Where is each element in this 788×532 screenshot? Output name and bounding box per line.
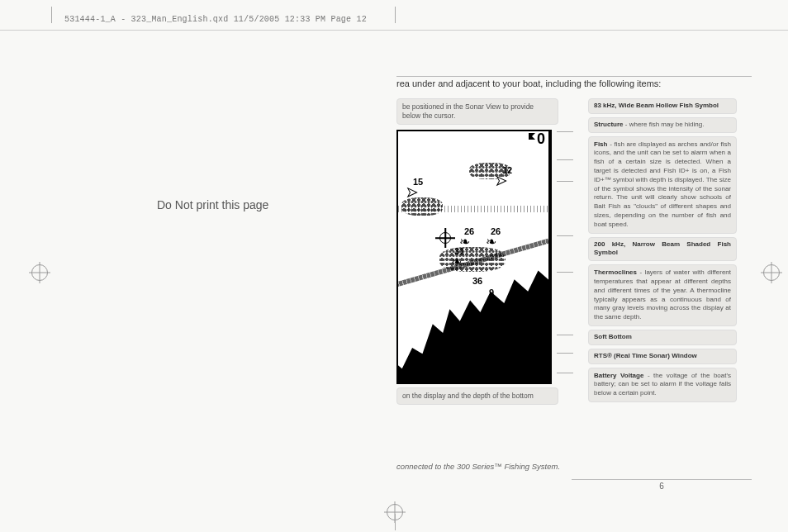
rts-bar: [550, 280, 552, 330]
depth-top-value: 0: [537, 131, 545, 146]
label-83khz: 83 kHz, Wide Beam Hollow Fish Symbol: [588, 98, 737, 114]
label-title: 200 kHz, Narrow Beam Shaded Fish Symbol: [594, 240, 731, 257]
crop-mark: [51, 7, 52, 23]
voltage-unit: V: [438, 354, 444, 365]
lead-line: [557, 353, 573, 354]
intro-text: rea under and adjacent to your boat, inc…: [396, 76, 752, 88]
voltage-value: 4.0: [401, 353, 438, 382]
fish-depth: 31: [454, 247, 464, 256]
caption-bottom: on the display and the depth of the bott…: [396, 387, 558, 405]
registration-mark: [31, 264, 48, 281]
lead-line: [557, 159, 573, 160]
label-title: RTS® (Real Time Sonar) Window: [594, 352, 697, 359]
label-title: Thermoclines: [594, 268, 637, 276]
label-title: Structure: [594, 121, 624, 128]
fish-shaded-icon: ❧: [486, 235, 496, 249]
depth-bottom-value: 60: [530, 364, 547, 379]
lead-line: [557, 272, 573, 273]
label-battery: Battery Voltage - the voltage of the boa…: [588, 368, 737, 402]
battery-voltage: 4.0V: [401, 354, 445, 381]
fish-depth: 12: [502, 166, 512, 175]
page-number: 6: [572, 479, 752, 491]
rts-bar: [550, 230, 552, 240]
sonar-screen: 0 ➤ 15 ➤ 12 ❧ 26 ❧: [396, 130, 552, 384]
sonar-noise: [401, 197, 443, 216]
diagram-left-stack: be positioned in the Sonar View to provi…: [396, 98, 558, 408]
footer-note: connected to the 300 Series™ Fishing Sys…: [396, 462, 560, 471]
label-text: - fish are displayed as arches and/or fi…: [594, 140, 731, 228]
crop-top-rule: [0, 30, 788, 31]
lead-lines: [558, 98, 573, 408]
label-title: 83 kHz, Wide Beam Hollow Fish Symbol: [594, 102, 719, 109]
cursor-target-icon: [439, 232, 451, 244]
label-soft-bottom: Soft Bottom: [588, 330, 737, 345]
label-title: Battery Voltage: [594, 372, 643, 379]
label-200khz: 200 kHz, Narrow Beam Shaded Fish Symbol: [588, 237, 737, 262]
flag-icon: [527, 132, 537, 145]
lead-line: [557, 131, 573, 132]
left-page: Do Not print this page: [50, 33, 380, 507]
depth-top: 0: [525, 131, 547, 146]
label-fish: Fish - fish are displayed as arches and/…: [588, 136, 737, 234]
doc-slug: 531444-1_A - 323_Man_English.qxd 11/5/20…: [64, 15, 367, 24]
page-spread: Do Not print this page rea under and adj…: [50, 33, 763, 507]
caption-top: be positioned in the Sonar View to provi…: [396, 98, 558, 125]
fish-depth: 26: [464, 227, 474, 236]
rts-window: [548, 130, 552, 384]
label-text: - where fish may be hiding.: [624, 121, 705, 128]
fish-depth: 15: [413, 178, 423, 187]
sonar-diagram: be positioned in the Sonar View to provi…: [396, 98, 752, 408]
fish-depth: 26: [491, 227, 501, 236]
label-thermoclines: Thermoclines - layers of water with diff…: [588, 264, 737, 326]
labels-column: 83 kHz, Wide Beam Hollow Fish Symbol Str…: [588, 98, 737, 402]
fish-hollow-icon: ➤: [406, 186, 417, 199]
label-text: - layers of water with different tempera…: [594, 268, 731, 321]
fish-depth: 36: [472, 277, 482, 286]
label-structure: Structure - where fish may be hiding.: [588, 117, 737, 133]
lead-line: [557, 335, 573, 335]
do-not-print-note: Do Not print this page: [157, 198, 268, 211]
lead-line: [557, 181, 573, 182]
label-rts: RTS® (Real Time Sonar) Window: [588, 349, 737, 364]
lead-line: [557, 235, 573, 236]
label-title: Soft Bottom: [594, 333, 632, 340]
label-title: Fish: [594, 140, 607, 148]
registration-mark: [763, 264, 780, 281]
right-page: rea under and adjacent to your boat, inc…: [396, 76, 752, 408]
rts-bar: [550, 169, 552, 183]
lead-line: [557, 373, 573, 373]
crop-mark: [395, 7, 396, 23]
crop-mark: [395, 514, 396, 530]
rts-bar: [550, 131, 552, 140]
fish-hollow-icon: ➤: [496, 174, 506, 188]
rts-bar: [550, 328, 552, 382]
